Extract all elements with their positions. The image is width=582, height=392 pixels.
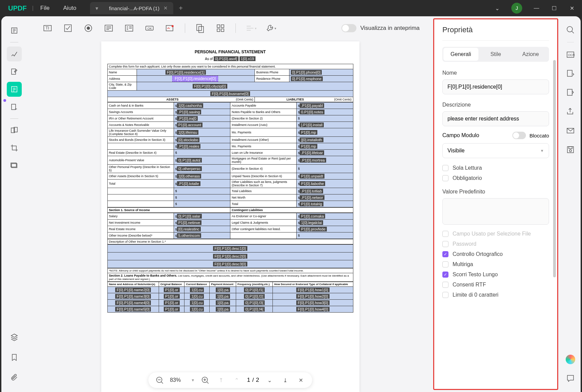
minimize-button[interactable]: —: [529, 1, 544, 16]
field-cityzip[interactable]: F[0].P1[0].cityzip[0]: [193, 84, 227, 89]
button-tool[interactable]: OK: [143, 21, 156, 35]
filesel-checkbox: [442, 231, 448, 237]
visibility-select[interactable]: Visibile▼: [442, 143, 549, 158]
svg-rect-22: [221, 25, 224, 27]
panel-scrollbar[interactable]: [553, 60, 556, 277]
charlimit-checkbox[interactable]: [442, 292, 448, 298]
field-residence1[interactable]: F[0].P1[0].residence[1]: [165, 70, 206, 75]
close-nav-button[interactable]: ✕: [296, 375, 306, 385]
export-icon[interactable]: [564, 86, 577, 99]
field-residence0-selected[interactable]: F[0].P1[0].residence[0]: [172, 76, 218, 82]
field-x19[interactable]: 1[0].x19: [240, 56, 255, 61]
text-field-tool[interactable]: TI: [41, 21, 54, 35]
name-input[interactable]: [442, 79, 549, 94]
page-navigator: 83% ▼ ⤒ ⌃ 1/2 ⌄ ⤓ ✕: [148, 372, 312, 388]
email-icon[interactable]: [564, 124, 577, 137]
close-tab-icon[interactable]: ✕: [163, 5, 168, 11]
default-label: Valore Predefinito: [442, 189, 554, 195]
attachment-icon[interactable]: [7, 370, 22, 385]
tab-title: financial-...A-PDFA (1): [109, 5, 159, 11]
zoom-dropdown-icon[interactable]: ▼: [191, 378, 195, 382]
align-tool[interactable]: ▾: [244, 21, 258, 35]
ai-assistant-icon[interactable]: [564, 353, 577, 366]
last-page-button[interactable]: ⤓: [280, 375, 290, 385]
crop-tool-icon[interactable]: [7, 141, 22, 155]
save-icon[interactable]: [564, 143, 577, 156]
svg-rect-34: [569, 147, 572, 149]
grid-tool[interactable]: [214, 21, 227, 35]
signature-tool[interactable]: [163, 21, 177, 35]
new-tab-button[interactable]: +: [173, 1, 188, 16]
share-icon[interactable]: [564, 105, 577, 118]
chevron-down-icon[interactable]: ⌄: [490, 1, 505, 16]
tab-style[interactable]: Stile: [478, 48, 513, 61]
comment-tool-icon[interactable]: [7, 46, 22, 61]
svg-text:TI: TI: [46, 26, 49, 31]
rtf-checkbox[interactable]: [442, 282, 448, 288]
readonly-checkbox[interactable]: [442, 165, 448, 171]
tools-dropdown[interactable]: ▾: [264, 21, 278, 35]
default-value-input[interactable]: [442, 198, 549, 225]
layers-icon[interactable]: [7, 330, 22, 344]
close-button[interactable]: ✕: [564, 1, 579, 16]
zoom-out-button[interactable]: [154, 375, 164, 385]
zoom-in-button[interactable]: [200, 375, 210, 385]
first-page-button[interactable]: ⤒: [216, 375, 226, 385]
required-checkbox[interactable]: [442, 175, 448, 181]
desc-input[interactable]: [442, 111, 549, 126]
field-resphone[interactable]: 0].P1[0].resphone: [291, 76, 323, 81]
convert-icon[interactable]: [564, 67, 577, 80]
svg-rect-24: [221, 29, 224, 32]
form-field-label: Campo Modulo: [442, 132, 479, 138]
app-logo: UPDF: [8, 4, 27, 12]
radio-tool[interactable]: [82, 21, 95, 35]
prev-page-button[interactable]: ⌃: [231, 375, 242, 385]
dropdown-tool[interactable]: [102, 21, 116, 35]
locked-toggle[interactable]: [512, 132, 526, 139]
form-recognize-tool[interactable]: [193, 21, 207, 35]
doc-title: PERSONAL FINANCIAL STATEMENT: [107, 50, 353, 54]
edit-tool-icon[interactable]: [7, 64, 22, 79]
spellcheck-checkbox[interactable]: ✓: [442, 251, 448, 257]
bookmark-icon[interactable]: [7, 350, 22, 365]
pages-tool-icon[interactable]: [7, 123, 22, 138]
menu-file[interactable]: File: [34, 5, 56, 12]
tab-list-dropdown[interactable]: ▾: [90, 2, 104, 14]
name-label: Nome: [442, 70, 554, 76]
svg-text:OK: OK: [147, 27, 152, 30]
svg-point-18: [172, 25, 174, 27]
panel-title: Proprietà: [442, 25, 554, 34]
reader-mode-icon[interactable]: [7, 23, 22, 38]
field-busname[interactable]: F[0].P1[0].busname[0]: [210, 91, 250, 96]
svg-rect-20: [199, 26, 204, 33]
pdf-page[interactable]: PERSONAL FINANCIAL STATEMENT As of 0].P1…: [101, 41, 359, 392]
asof-label: As of: [205, 57, 213, 61]
search-icon[interactable]: [564, 23, 577, 37]
user-avatar[interactable]: J: [511, 3, 522, 14]
listbox-tool[interactable]: [122, 21, 136, 35]
tab-general[interactable]: Generali: [443, 48, 478, 61]
next-page-button[interactable]: ⌄: [265, 375, 275, 385]
tab-action[interactable]: Azione: [513, 48, 548, 61]
document-tab[interactable]: financial-...A-PDFA (1) ✕: [104, 2, 173, 14]
scroll-checkbox[interactable]: ✓: [442, 272, 448, 278]
redact-tool-icon[interactable]: [7, 158, 22, 173]
preview-toggle[interactable]: [341, 24, 356, 32]
properties-panel: Proprietà Generali Stile Azione Nome Des…: [433, 18, 558, 390]
svg-rect-23: [217, 29, 220, 32]
svg-rect-31: [567, 89, 572, 95]
menu-help[interactable]: Aiuto: [56, 5, 83, 12]
maximize-button[interactable]: ☐: [547, 1, 562, 16]
password-checkbox: [442, 241, 448, 247]
zoom-value[interactable]: 83%: [170, 377, 186, 383]
svg-rect-10: [65, 25, 71, 32]
organize-tool-icon[interactable]: [7, 99, 22, 114]
page-current[interactable]: 1: [247, 377, 250, 384]
multiline-checkbox[interactable]: [442, 261, 448, 267]
field-asof[interactable]: 0].P1[0].asof[: [214, 56, 239, 61]
checkbox-tool[interactable]: [61, 21, 75, 35]
chat-icon[interactable]: [564, 372, 577, 385]
ocr-icon[interactable]: OCR: [564, 48, 577, 61]
field-phone0[interactable]: 0].P1[0].phone[0]: [291, 70, 322, 75]
form-tool-icon[interactable]: [7, 82, 22, 97]
